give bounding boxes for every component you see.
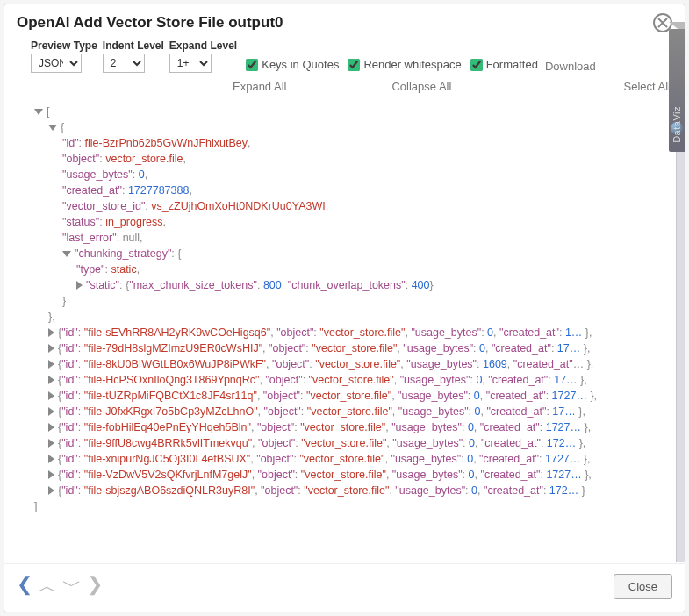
- toggle-icon[interactable]: [48, 470, 54, 479]
- download-link[interactable]: Download: [545, 60, 596, 73]
- toggle-icon[interactable]: [48, 391, 54, 400]
- nav-first-icon[interactable]: ❮: [17, 573, 32, 599]
- json-viewer[interactable]: [ { "id": file-BzrPnb62b5GvWnJFhixutBey,…: [4, 100, 685, 563]
- keys-in-quotes-checkbox[interactable]: Keys in Quotes: [246, 58, 339, 71]
- indent-level-select[interactable]: 2: [103, 54, 145, 73]
- expand-level-label: Expand Level: [169, 39, 237, 52]
- json-collapsed-row[interactable]: {"id": "file-tUZRpMiFQBCtX1c8JF4sr11q", …: [34, 388, 667, 404]
- toggle-icon[interactable]: [34, 109, 43, 115]
- toggle-icon[interactable]: [48, 376, 54, 384]
- collapse-all-link[interactable]: Collapse All: [391, 80, 451, 93]
- expand-all-link[interactable]: Expand All: [233, 80, 286, 93]
- json-collapsed-row[interactable]: {"id": "file-VzDwV5V2sQKfvrjLnfM7gelJ", …: [34, 467, 667, 483]
- toggle-icon[interactable]: [48, 439, 54, 448]
- toolbar-row2: Expand All Collapse All Select All: [4, 78, 685, 100]
- toggle-icon[interactable]: [48, 344, 54, 353]
- toggle-icon[interactable]: [48, 407, 54, 416]
- json-collapsed-row[interactable]: {"id": "file-sbjszgABO6szdiQNLR3uyR8I", …: [34, 483, 667, 498]
- select-all-link[interactable]: Select All: [624, 80, 671, 93]
- json-collapsed-row[interactable]: {"id": "file-fobHilEq40ePnEyYHqeh5Bln", …: [34, 419, 667, 435]
- json-collapsed-row[interactable]: {"id": "file-xnipurNgJC5Oj3I0L4efBSUX", …: [34, 451, 667, 467]
- render-whitespace-checkbox[interactable]: Render whitespace: [348, 58, 461, 71]
- toggle-icon[interactable]: [48, 455, 54, 463]
- nav-arrows: ❮ ︿ ﹀ ❯: [17, 573, 103, 599]
- expand-level-select[interactable]: 1+: [169, 54, 212, 73]
- json-collapsed-row[interactable]: {"id": "file-HcPSOxnIloQng3T869YpnqRc", …: [34, 372, 667, 388]
- toggle-icon[interactable]: [48, 360, 54, 369]
- nav-next-icon[interactable]: ﹀: [62, 573, 82, 599]
- footer: ❮ ︿ ﹀ ❯ Close: [4, 563, 685, 612]
- json-collapsed-row[interactable]: {"id": "file-79dH8slgMZImzU9ER0cWsHIJ", …: [34, 340, 667, 356]
- toggle-icon[interactable]: [62, 251, 71, 257]
- toggle-icon[interactable]: [48, 423, 54, 432]
- dialog-title: OpenAI Add Vector Store File output0: [17, 14, 283, 32]
- toolbar: Preview Type JSON Indent Level 2 Expand …: [4, 39, 685, 78]
- toggle-icon[interactable]: [48, 486, 54, 495]
- modal: DataViz OpenAI Add Vector Store File out…: [4, 4, 685, 612]
- nav-last-icon[interactable]: ❯: [87, 573, 103, 599]
- preview-type-select[interactable]: JSON: [31, 54, 82, 73]
- header: OpenAI Add Vector Store File output0: [4, 4, 685, 39]
- formatted-checkbox[interactable]: Formatted: [470, 58, 538, 71]
- json-collapsed-row[interactable]: {"id": "file-J0fxKRgxI7o5bCp3yMZcLhnO", …: [34, 404, 667, 419]
- toggle-icon[interactable]: [48, 125, 57, 131]
- json-collapsed-row[interactable]: {"id": "file-9ffU8cwg4BRRk5vlITmekvqu", …: [34, 435, 667, 451]
- close-button[interactable]: Close: [614, 574, 672, 599]
- toggle-icon[interactable]: [76, 281, 83, 290]
- json-collapsed-row[interactable]: {"id": "file-8kU0BIWGtLB0x6WuJP8iPWkF", …: [34, 356, 667, 372]
- toggle-icon[interactable]: [48, 328, 54, 337]
- nav-prev-icon[interactable]: ︿: [38, 573, 57, 599]
- indent-level-label: Indent Level: [103, 39, 164, 52]
- preview-type-label: Preview Type: [31, 39, 97, 52]
- json-collapsed-row[interactable]: {"id": "file-sEVhRR8AH2yRK9wCOeHigsq6", …: [34, 325, 667, 340]
